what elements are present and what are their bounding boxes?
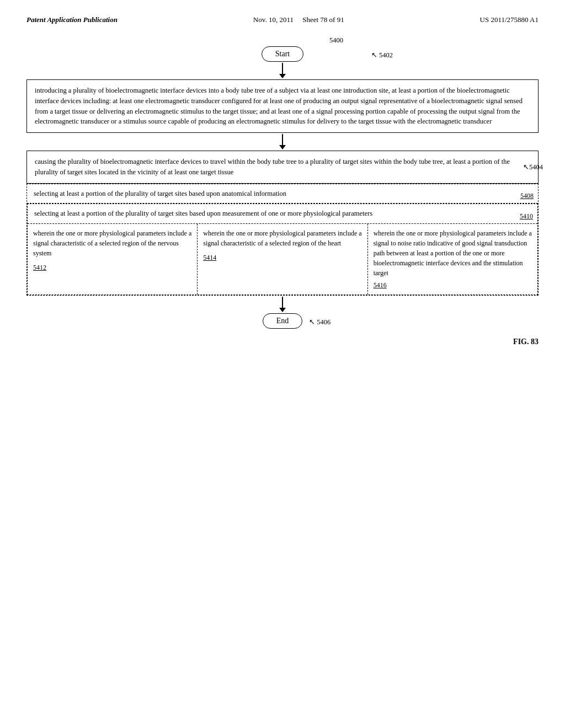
box-5402-text: introducing a plurality of bioelectromag… xyxy=(26,79,539,133)
end-oval: End xyxy=(263,313,303,329)
box-5412: wherein the one or more physiological pa… xyxy=(28,224,198,295)
ref-5408: 5408 xyxy=(520,191,534,201)
box-5404-text: causing the plurality of bioelectromagne… xyxy=(26,151,539,184)
outer-dashed-group: selecting at least a portion of the plur… xyxy=(26,184,539,296)
ref-5412: 5412 xyxy=(33,263,191,272)
ref-5402-label: ↖ 5402 xyxy=(371,51,393,60)
box-5404-container: ↖5404 causing the plurality of bioelectr… xyxy=(26,151,539,184)
header-date: Nov. 10, 2011 Sheet 78 of 91 xyxy=(253,15,344,24)
box-5416: wherein the one or more physiological pa… xyxy=(368,224,537,295)
ref-5410: 5410 xyxy=(520,211,533,221)
ref-5404-label: ↖5404 xyxy=(523,163,543,172)
box-5414: wherein the one or more physiological pa… xyxy=(198,224,367,295)
header-patent-number: US 2011/275880 A1 xyxy=(480,15,539,24)
flowchart: 5400 Start ↖ 5402 introducing a pluralit… xyxy=(26,46,539,346)
box-5410: selecting at least a portion of the plur… xyxy=(28,204,537,224)
ref-5414: 5414 xyxy=(203,253,361,263)
arrow-1 xyxy=(26,134,539,149)
box-5410-outer: selecting at least a portion of the plur… xyxy=(27,204,538,295)
ref-5416: 5416 xyxy=(374,280,532,290)
ref-5400: 5400 xyxy=(329,36,343,45)
main-content: 5400 Start ↖ 5402 introducing a pluralit… xyxy=(0,24,565,368)
page-header: Patent Application Publication Nov. 10, … xyxy=(0,0,565,24)
ref-5406-label: ↖ 5406 xyxy=(309,318,331,326)
start-oval: Start xyxy=(262,46,303,62)
fig-label: FIG. 83 xyxy=(26,338,539,346)
header-publication-label: Patent Application Publication xyxy=(26,15,118,24)
box-5408: selecting at least a portion of the plur… xyxy=(27,184,538,204)
box-5402: introducing a plurality of bioelectromag… xyxy=(26,79,539,133)
end-row: End ↖ 5406 xyxy=(26,313,539,329)
sub-boxes-row: wherein the one or more physiological pa… xyxy=(28,224,537,295)
arrow-2 xyxy=(26,297,539,312)
ref-5402-arrow: ↖ xyxy=(371,51,377,59)
